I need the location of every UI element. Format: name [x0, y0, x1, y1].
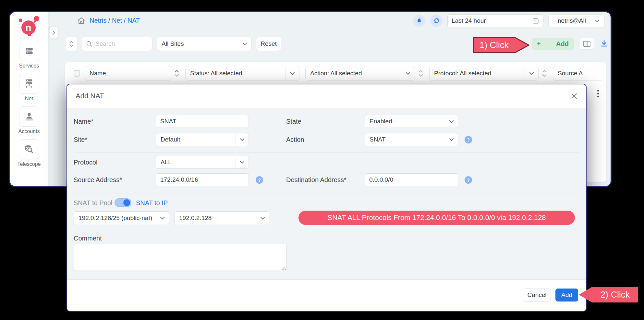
modal-header: Add NAT [67, 84, 586, 108]
chevron-down-icon [256, 212, 269, 225]
search-box [82, 37, 152, 51]
chevron-down-icon [591, 15, 602, 27]
plus-icon: + [537, 40, 541, 48]
source-help-icon[interactable]: ? [256, 176, 263, 184]
status-filter-value: Status: All selected [186, 70, 286, 77]
sidebar: n Services [10, 12, 48, 186]
calendar-icon [532, 17, 539, 24]
protocol-select[interactable]: ALL [156, 156, 249, 169]
chevron-down-icon [156, 212, 169, 225]
source-column-filter[interactable]: Source A [553, 66, 601, 81]
refresh-button[interactable] [430, 15, 443, 27]
table-filter-row: Name Status: All selected Action: All se… [65, 62, 606, 85]
sort-icon [542, 69, 547, 78]
breadcrumb-path[interactable]: Netris / Net / NAT [90, 17, 140, 24]
chevron-right-icon [52, 30, 55, 35]
cancel-button[interactable]: Cancel [523, 289, 551, 302]
search-input[interactable] [95, 40, 148, 47]
name-column-filter[interactable]: Name [85, 66, 171, 81]
telescope-icon [23, 144, 34, 155]
snat-ip-select-value: 192.0.2.128 [175, 215, 256, 222]
snat-pool-select-value: 192.0.2.128/25 (public-nat) [74, 215, 156, 222]
chevron-down-icon [236, 156, 249, 168]
site-select[interactable]: Default [156, 133, 249, 146]
columns-icon [583, 41, 591, 47]
chevron-down-icon [238, 37, 251, 51]
sort-name-control[interactable] [174, 69, 179, 78]
services-tile [19, 41, 39, 61]
chevron-down-icon [236, 133, 249, 146]
comment-textarea[interactable] [74, 244, 287, 270]
sites-filter-select[interactable]: All Sites [157, 37, 252, 51]
snat-ip-select[interactable]: 192.0.2.128 [174, 211, 269, 225]
source-address-input[interactable] [156, 173, 249, 186]
state-label: State [286, 118, 301, 125]
netris-logo[interactable]: n [18, 16, 40, 36]
action-help-icon[interactable]: ? [465, 136, 472, 143]
action-select[interactable]: SNAT [365, 133, 458, 146]
refresh-icon [433, 17, 440, 24]
action-label: Action [286, 136, 304, 143]
source-column-label: Source A [558, 70, 583, 77]
columns-settings-button[interactable] [580, 38, 594, 50]
bell-icon [416, 18, 422, 24]
sidebar-item-services[interactable]: Services [19, 41, 39, 69]
divider [74, 193, 579, 193]
home-icon[interactable] [77, 16, 86, 25]
chevron-down-icon [445, 133, 458, 146]
name-column-label: Name [90, 70, 106, 77]
snat-to-ip-label: SNAT to IP [136, 199, 168, 207]
chevron-down-icon [445, 115, 458, 128]
sidebar-item-label: Services [19, 63, 39, 69]
snat-pool-select[interactable]: 192.0.2.128/25 (public-nat) [74, 211, 169, 225]
status-filter-select[interactable]: Status: All selected [185, 66, 299, 81]
download-button[interactable] [599, 38, 609, 50]
reset-button[interactable]: Reset [256, 37, 281, 51]
sidebar-item-telescope[interactable]: Telescope [17, 139, 41, 167]
comment-label: Comment [74, 235, 102, 242]
sort-protocol-control[interactable] [542, 69, 547, 78]
site-select-value: Default [156, 136, 236, 143]
up-down-chevrons-icon [69, 40, 74, 48]
protocol-filter-value: Protocol: All selected [430, 70, 525, 77]
notifications-button[interactable] [413, 15, 425, 27]
modal-add-button[interactable]: Add [555, 289, 578, 302]
download-icon [600, 40, 608, 48]
source-address-label: Source Address* [74, 176, 122, 184]
time-range-input[interactable] [452, 17, 532, 24]
account-select[interactable]: netris@All [548, 14, 605, 27]
page: { "sidebar": { "items": [ { "label": "Se… [0, 0, 644, 320]
net-icon [24, 78, 35, 89]
telescope-tile [19, 139, 39, 159]
sidebar-item-label: Telescope [17, 161, 41, 167]
destination-address-input[interactable] [365, 173, 458, 186]
services-icon [24, 46, 34, 56]
toggle-knob [123, 199, 130, 206]
name-label: Name* [74, 118, 93, 125]
sidebar-collapse-button[interactable] [49, 27, 58, 39]
state-select[interactable]: Enabled [365, 115, 458, 128]
expand-rows-button[interactable] [65, 37, 78, 51]
sidebar-item-label: Net [25, 96, 33, 102]
step2-annotation: 2) Click [577, 286, 639, 303]
action-filter-select[interactable]: Action: All selected [305, 66, 415, 81]
sidebar-item-accounts[interactable]: Accounts [18, 106, 40, 134]
protocol-filter-select[interactable]: Protocol: All selected [429, 66, 539, 81]
sidebar-item-net[interactable]: Net [19, 74, 39, 102]
sort-action-control[interactable] [418, 69, 423, 78]
time-range-picker[interactable] [447, 14, 543, 27]
name-input[interactable] [156, 115, 249, 128]
step2-annotation-label: 2) Click [601, 290, 630, 300]
sidebar-item-label: Accounts [18, 129, 40, 134]
select-all-checkbox[interactable] [74, 70, 80, 77]
logo-decor [28, 33, 31, 36]
sort-icon [418, 69, 423, 78]
close-icon[interactable] [571, 93, 577, 99]
snat-mode-toggle[interactable] [115, 198, 131, 207]
search-icon [86, 41, 92, 47]
add-nat-button[interactable]: + Add [532, 38, 574, 50]
destination-help-icon[interactable]: ? [465, 176, 472, 184]
state-select-value: Enabled [365, 118, 445, 125]
row-menu-button[interactable] [597, 90, 599, 97]
snat-to-pool-label: SNAT to Pool [74, 199, 112, 207]
